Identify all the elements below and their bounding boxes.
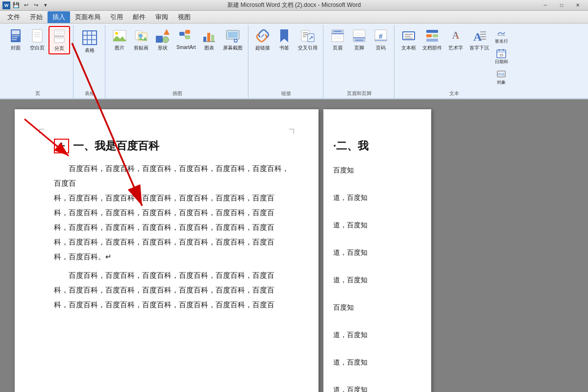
cover-page-btn[interactable]: 封面: [5, 26, 26, 53]
docparts-btn[interactable]: 文档部件: [420, 26, 444, 53]
footer-btn[interactable]: 页脚: [349, 26, 369, 53]
svg-rect-72: [433, 34, 438, 37]
page-container[interactable]: ✛ 一、我是百度百科 百度百科，百度百科，百度百科，百度百科，百度百科，百度百科…: [0, 99, 588, 392]
svg-rect-1: [12, 30, 20, 34]
corner-tl: [39, 129, 44, 134]
menu-references[interactable]: 引用: [105, 11, 128, 23]
object-icon: OLE: [496, 69, 507, 79]
ribbon-content: 封面 空白页: [0, 24, 588, 98]
date-icon: 15: [496, 48, 507, 59]
shapes-btn[interactable]: 形状: [152, 26, 173, 53]
svg-text:15: 15: [500, 53, 504, 57]
ribbon-group-links: 超链接 书签: [249, 25, 323, 98]
clipart-btn[interactable]: 剪贴画: [131, 26, 151, 53]
hyperlink-btn[interactable]: 超链接: [252, 26, 273, 53]
save-quick-btn[interactable]: 💾: [12, 1, 21, 10]
textbox-icon: [401, 28, 416, 44]
bookmark-icon: [276, 28, 292, 44]
text-group-content: 文本框 文档部件: [398, 26, 510, 87]
menu-insert[interactable]: 插入: [48, 11, 70, 23]
page-break-label: 分页: [54, 45, 64, 52]
document-area: ✛ 一、我是百度百科 百度百科，百度百科，百度百科，百度百科，百度百科，百度百科…: [0, 99, 588, 392]
undo-quick-btn[interactable]: ↩: [22, 1, 30, 10]
crossref-icon: ↗: [300, 28, 316, 44]
shapes-icon: [155, 28, 171, 44]
svg-point-21: [115, 32, 118, 35]
table-btn[interactable]: 表格: [77, 26, 102, 56]
chart-icon: [201, 28, 217, 44]
close-btn[interactable]: ✕: [570, 1, 586, 10]
dropcap-btn[interactable]: A 首字下沉: [467, 26, 491, 53]
heading-box: ✛: [54, 139, 69, 153]
textbox-btn[interactable]: 文本框: [398, 26, 419, 53]
blank-page-btn[interactable]: 空白页: [27, 26, 48, 53]
page-break-btn[interactable]: 分页: [49, 26, 70, 54]
screenshot-label: 屏幕截图: [223, 45, 243, 51]
illus-group-content: 图片 剪贴画: [109, 26, 245, 87]
svg-rect-29: [179, 32, 184, 36]
svg-text:A: A: [452, 30, 460, 41]
date-btn[interactable]: 15 日期和: [492, 47, 510, 67]
svg-rect-52: [332, 30, 343, 34]
wordart-label: 艺术字: [448, 45, 463, 51]
svg-rect-30: [185, 30, 190, 34]
blank-page-label: 空白页: [30, 45, 45, 51]
ribbon-group-table: 表格 表格: [74, 25, 105, 98]
screenshot-icon: [225, 28, 241, 44]
svg-rect-5: [32, 29, 42, 42]
svg-rect-73: [426, 39, 438, 42]
menu-pagelayout[interactable]: 页面布局: [70, 11, 105, 23]
window-controls: ─ □ ✕: [538, 1, 586, 10]
menu-bar: 文件 开始 插入 页面布局 引用 邮件 审阅 视图: [0, 11, 588, 24]
redo-quick-btn[interactable]: ↪: [31, 1, 40, 10]
svg-rect-3: [12, 37, 18, 38]
menu-review[interactable]: 审阅: [150, 11, 173, 23]
menu-view[interactable]: 视图: [173, 11, 196, 23]
maximize-btn[interactable]: □: [554, 1, 569, 10]
customize-quick-btn[interactable]: ▾: [41, 1, 50, 10]
links-group-content: 超链接 书签: [252, 26, 320, 87]
pagenumber-btn[interactable]: # 页码: [370, 26, 391, 53]
screenshot-btn[interactable]: 屏幕截图: [220, 26, 245, 53]
svg-rect-9: [54, 30, 64, 36]
wordart-btn[interactable]: A 艺术字: [445, 26, 466, 53]
table-icon: [80, 28, 99, 47]
picture-icon: [112, 28, 127, 44]
hf-group-label: 页眉和页脚: [327, 89, 391, 97]
title-bar: W 💾 ↩ ↪ ▾ 新建 Microsoft Word 文档 (2).docx …: [0, 0, 588, 11]
quick-access-toolbar: 💾 ↩ ↪ ▾: [12, 1, 50, 10]
picture-btn[interactable]: 图片: [109, 26, 130, 53]
svg-rect-2: [12, 35, 20, 36]
page-group-content: 封面 空白页: [5, 26, 70, 87]
page-group-label: 页: [5, 89, 70, 97]
menu-file[interactable]: 文件: [2, 11, 25, 23]
footer-icon: [351, 28, 367, 44]
table-group-content: 表格: [77, 26, 102, 87]
svg-rect-35: [207, 33, 210, 42]
hyperlink-label: 超链接: [255, 45, 270, 51]
menu-home[interactable]: 开始: [25, 11, 48, 23]
header-btn[interactable]: 页眉: [327, 26, 348, 53]
doc-paragraph-2[interactable]: 百度百科，百度百科，百度百科，百度百科，百度百科，百度百科，百度百科，百度百科，…: [54, 268, 289, 312]
footer-label: 页脚: [354, 45, 364, 51]
svg-rect-4: [12, 39, 17, 40]
svg-point-28: [163, 37, 169, 43]
ribbon-group-text: 文本框 文档部件: [395, 25, 513, 98]
bookmark-btn[interactable]: 书签: [274, 26, 294, 53]
blank-icon: [29, 28, 45, 44]
svg-rect-15: [83, 31, 97, 45]
hf-group-content: 页眉 页脚: [327, 26, 391, 87]
svg-text:OLE: OLE: [498, 73, 505, 76]
chart-btn[interactable]: 图表: [199, 26, 220, 53]
crossref-btn[interactable]: ↗ 交叉引用: [295, 26, 320, 53]
doc-paragraph-1[interactable]: 百度百科，百度百科，百度百科，百度百科，百度百科，百度百科，百度百科，百度百科，…: [54, 161, 289, 264]
menu-mailings[interactable]: 邮件: [128, 11, 150, 23]
clipart-label: 剪贴画: [134, 45, 148, 51]
minimize-btn[interactable]: ─: [538, 1, 553, 10]
docparts-label: 文档部件: [422, 45, 442, 51]
cursor-cross-icon: ✛: [58, 141, 65, 151]
signature-btn[interactable]: 签名行: [492, 26, 510, 46]
wordart-icon: A: [448, 28, 464, 44]
object-btn[interactable]: OLE 对象: [492, 67, 510, 87]
smartart-btn[interactable]: SmartArt: [174, 26, 198, 52]
